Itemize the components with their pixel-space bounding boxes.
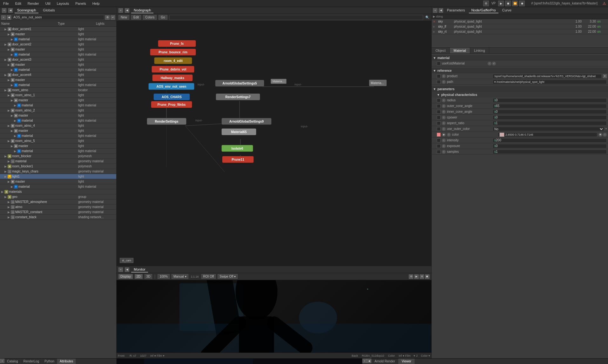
bl-tab-renderlog[interactable]: RenderLog	[21, 359, 42, 364]
sg-row-room_atmo_5[interactable]: ▶◉room_atmo_5light	[0, 138, 116, 144]
node-arnold9[interactable]: ArnoldGlobalSettings9	[221, 118, 272, 125]
menu-edit[interactable]: Edit	[14, 2, 23, 5]
tab-globals[interactable]: Globals	[40, 8, 57, 13]
menu-help[interactable]: Help	[91, 2, 101, 5]
sg-expand-icon[interactable]: ▶	[8, 124, 11, 127]
bl-tab-catalog[interactable]: Catalog	[4, 359, 21, 364]
sg-row-master[interactable]: ▶◉masterlight	[0, 179, 116, 184]
sg-expand-icon[interactable]: ▶	[8, 94, 11, 97]
menu-render[interactable]: Render	[26, 2, 40, 5]
inner-cone-value[interactable]: $ 0	[493, 110, 607, 114]
close-icon[interactable]: ×	[2, 8, 6, 13]
cpower-checkbox[interactable]	[437, 116, 441, 119]
bl-close-icon[interactable]: ×	[0, 359, 4, 363]
samples-info-icon[interactable]: i	[442, 150, 446, 154]
sg-row-master[interactable]: ▶◉masterlight	[0, 47, 116, 52]
product-checkbox[interactable]	[437, 74, 441, 78]
sg-expand-icon[interactable]: ▶	[14, 150, 17, 153]
sg-row-material[interactable]: ▶🔷materiallight material	[0, 118, 116, 123]
settings-icon[interactable]: ⚙	[483, 1, 489, 6]
btn-display[interactable]: Display	[118, 274, 133, 279]
exposure-info-icon[interactable]: i	[442, 144, 446, 148]
sg-row-master[interactable]: ▶◉masterlight	[0, 144, 116, 149]
radius-info-icon[interactable]: i	[442, 98, 446, 102]
sg-expand-icon[interactable]: ▶	[4, 89, 8, 92]
tab-nodegafferpro[interactable]: Node/GafferPro	[469, 8, 498, 13]
ng-search-input[interactable]	[169, 15, 423, 20]
exposure-checkbox[interactable]	[437, 144, 441, 148]
intensity-info-icon[interactable]: i	[442, 138, 446, 142]
node-prune_fx[interactable]: Prune_fx	[158, 40, 196, 47]
intensity-value[interactable]: $ 200	[493, 138, 607, 143]
sg-expand-icon[interactable]: ▶	[8, 33, 11, 36]
btn-3d[interactable]: 3D	[145, 274, 152, 279]
aspect-ratio-checkbox[interactable]	[437, 121, 441, 125]
node-room_4_edit[interactable]: room_4_edit	[154, 57, 192, 64]
product-info-icon[interactable]: i	[442, 74, 446, 78]
scene-row-sky-rt[interactable]: ○ sky_rt physical_quad_light 1.00 22.00 …	[432, 29, 608, 34]
btn-edit[interactable]: Edit	[131, 15, 141, 20]
sg-row-room_atmo_4[interactable]: ▶◉room_atmo_4light	[0, 123, 116, 128]
color-value[interactable]: 2.6500 0.7146 0.7146	[498, 132, 597, 137]
node-hallway_masks[interactable]: Hallway_masks	[152, 74, 193, 81]
sg-row-atmo[interactable]: ▶△atmogeometry material	[0, 205, 116, 210]
stop-icon[interactable]: ⏹	[505, 1, 511, 6]
cpower-value[interactable]: $ 0	[493, 115, 607, 120]
sg-row-material[interactable]: ▶🔷materiallight material	[0, 67, 116, 72]
scene-row-sky[interactable]: ✕ sky physical_quad_light 1.00 3.30 on	[432, 19, 608, 24]
outer-cone-value[interactable]: $ 65	[493, 104, 607, 108]
samples-value[interactable]: $ 1	[493, 150, 607, 154]
sg-arrow-icon[interactable]: ◀	[7, 15, 11, 20]
sg-row-material[interactable]: ▶🔷materiallight material	[0, 52, 116, 57]
record-icon[interactable]: ⏺	[519, 1, 525, 6]
sg-row-door_accent4[interactable]: ▶◉door_accent4light	[0, 72, 116, 78]
sg-search-input[interactable]	[12, 15, 104, 20]
sg-settings-icon[interactable]: ⚙	[105, 15, 110, 20]
sg-row-master[interactable]: ▶◉masterlight	[0, 113, 116, 118]
outer-color-dropdown[interactable]: No Yes	[493, 127, 604, 131]
cpower-info-icon[interactable]: i	[442, 116, 446, 119]
sg-expand-icon[interactable]: ▶	[11, 129, 14, 132]
sg-expand-icon[interactable]: ▶	[4, 170, 8, 173]
outer-color-checkbox[interactable]	[437, 127, 441, 131]
sg-row-room_blocker1[interactable]: ▶▣room_blocker1polymesh	[0, 164, 116, 169]
path-info-icon[interactable]: i	[442, 80, 446, 84]
ng-arrow-icon[interactable]: ◀	[125, 8, 129, 13]
radius-value[interactable]: $ 0	[493, 98, 607, 103]
panel-arrow-icon[interactable]: ◀	[8, 8, 13, 13]
sg-row-magic_keys_chars[interactable]: ▶△magic_keys_charsgeometry material	[0, 169, 116, 174]
sg-row-master[interactable]: ▶◉masterlight	[0, 32, 116, 37]
parameters-header[interactable]: ▼ parameters	[432, 86, 608, 92]
node-prune_bounce[interactable]: Prune_bounce_rim	[150, 49, 196, 56]
sg-expand-icon[interactable]: ▶	[11, 145, 14, 148]
sky-close-icon[interactable]: ✕	[433, 20, 438, 23]
color-reset-icon[interactable]: ↑	[603, 133, 607, 137]
btn-swipe[interactable]: Swipe Off ▾	[218, 274, 238, 279]
bl-tab-python[interactable]: Python	[42, 359, 57, 364]
sg-expand-icon[interactable]: ▶	[14, 119, 17, 122]
sg-row-master[interactable]: ▶◉masterlight	[0, 78, 116, 83]
sg-row-room_atmo[interactable]: ▶◉room_atmolocator	[0, 88, 116, 93]
br-arrow-icon[interactable]: ◀	[367, 359, 371, 363]
ng-close-icon[interactable]: ×	[118, 8, 123, 13]
btn-manual[interactable]: Manual ▾	[172, 274, 188, 279]
sg-row-geo[interactable]: ▶▣geogroup	[0, 194, 116, 199]
monitor-close-icon[interactable]: ×	[118, 267, 123, 272]
node-aos_env[interactable]: AOS_env_not_seen	[148, 83, 194, 90]
br-tab-arnold[interactable]: Arnold Render	[371, 359, 398, 364]
sg-row-door_accent2[interactable]: ▶◉door_accent2light	[0, 42, 116, 47]
color-picker-icon[interactable]: ✱	[598, 133, 602, 137]
node-prune_webs[interactable]: Prune_Prop_Webs	[151, 101, 192, 108]
reference-header[interactable]: ▼ reference	[432, 68, 608, 73]
sg-expand-icon[interactable]: ▶	[4, 73, 8, 77]
node-render_settings[interactable]: RenderSettings	[147, 118, 186, 125]
sg-expand-icon[interactable]: ▶	[8, 180, 11, 183]
sg-expand-icon[interactable]: ▶	[8, 211, 11, 214]
outer-color-arrow[interactable]: ▾	[605, 127, 607, 130]
sg-expand-icon[interactable]: ▶	[8, 78, 11, 82]
outer-cone-checkbox[interactable]	[437, 104, 441, 108]
tab-linking[interactable]: Linking	[470, 48, 489, 53]
btn-colors[interactable]: Colors	[143, 15, 157, 20]
sg-expand-icon[interactable]: ▶	[14, 104, 17, 107]
btn-2d[interactable]: 2D	[135, 274, 143, 279]
